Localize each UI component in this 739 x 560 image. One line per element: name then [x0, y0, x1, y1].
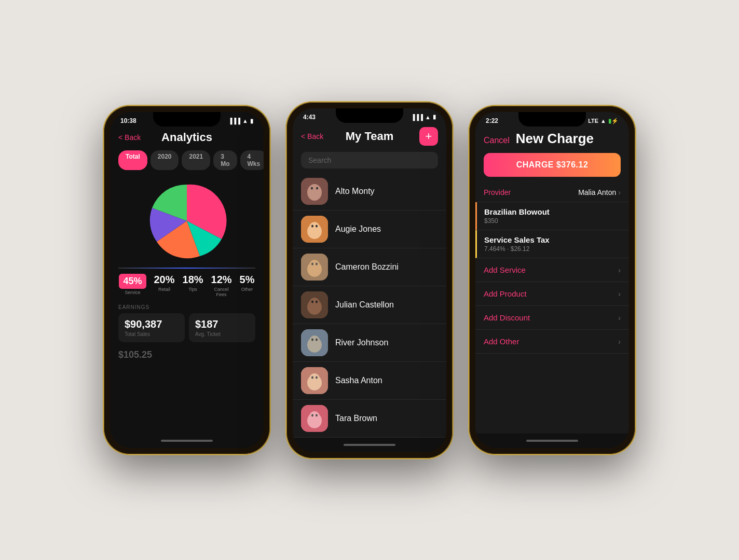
- earnings-label: EARNINGS: [118, 304, 255, 310]
- legend-pct-tips: 18%: [183, 274, 203, 286]
- home-bar-1: [161, 440, 213, 442]
- team-list: Alto Monty Augie Jones: [293, 173, 446, 438]
- avg-ticket-label: Avg. Ticket: [195, 331, 249, 337]
- add-product-row[interactable]: Add Product ›: [475, 282, 629, 306]
- earnings-grid: $90,387 Total Sales $187 Avg. Ticket: [118, 313, 255, 342]
- add-member-button[interactable]: +: [419, 127, 438, 146]
- svg-point-13: [311, 262, 313, 265]
- status-icons-1: ▐▐▐ ▲ ▮: [228, 118, 253, 124]
- provider-name: Malia Anton: [578, 188, 616, 197]
- add-discount-row[interactable]: Add Discount ›: [475, 306, 629, 330]
- phone-team: 4:43 ▐▐▐ ▲ ▮ < Back My Team + Search: [286, 102, 453, 458]
- provider-chevron-icon: ›: [618, 188, 621, 197]
- member-name-sasha: Sasha Anton: [335, 376, 382, 385]
- search-bar[interactable]: Search: [301, 152, 438, 169]
- legend-other: 5% Other: [240, 274, 255, 297]
- add-other-row[interactable]: Add Other ›: [475, 330, 629, 354]
- add-discount-label: Add Discount: [484, 313, 530, 322]
- svg-point-4: [316, 187, 318, 189]
- svg-point-7: [309, 222, 320, 232]
- legend-label-other: Other: [241, 287, 253, 292]
- legend-row: 45% Service 20% Retail 18% Tips 12% Canc…: [110, 269, 264, 300]
- time-2: 4:43: [303, 114, 316, 121]
- battery-icon-3: ▮⚡: [608, 118, 619, 124]
- svg-point-18: [311, 300, 313, 303]
- analytics-screen: 10:38 ▐▐▐ ▲ ▮ < Back Analytics Total 202…: [110, 112, 264, 433]
- filter-tabs: Total 2020 2021 3 Mo 4 Wks: [110, 144, 264, 174]
- legend-pct-retail: 20%: [154, 274, 175, 286]
- svg-point-27: [309, 373, 320, 384]
- battery-icon: ▮: [250, 118, 253, 124]
- legend-label-tips: Tips: [188, 287, 197, 292]
- home-bar-3: [526, 440, 578, 442]
- legend-tips: 18% Tips: [183, 274, 203, 297]
- add-product-label: Add Product: [484, 289, 527, 298]
- filter-2021[interactable]: 2021: [182, 150, 210, 170]
- home-indicator-1: [110, 433, 264, 448]
- signal-icon-3: LTE: [588, 118, 598, 124]
- legend-pct-other: 5%: [240, 274, 255, 286]
- avatar-tara-brown: [301, 405, 328, 432]
- svg-point-34: [316, 414, 318, 416]
- legend-pct-service: 45%: [119, 274, 146, 289]
- provider-value: Malia Anton ›: [578, 188, 621, 197]
- member-name-tara: Tara Brown: [335, 414, 377, 423]
- filter-total[interactable]: Total: [118, 150, 147, 170]
- team-back-button[interactable]: < Back: [301, 132, 323, 141]
- filter-3mo[interactable]: 3 Mo: [213, 150, 237, 170]
- notch-2: [336, 108, 403, 123]
- scene: 10:38 ▐▐▐ ▲ ▮ < Back Analytics Total 202…: [83, 81, 656, 479]
- service-item-blowout[interactable]: Brazilian Blowout $350: [475, 202, 629, 230]
- svg-point-33: [311, 414, 313, 416]
- back-button-1[interactable]: < Back: [118, 133, 141, 142]
- wifi-icon-2: ▲: [425, 114, 431, 120]
- avg-ticket-card: $187 Avg. Ticket: [189, 313, 255, 342]
- list-item[interactable]: River Johnson: [293, 324, 446, 362]
- member-name-julian: Julian Castellon: [335, 300, 394, 310]
- add-service-row[interactable]: Add Service ›: [475, 258, 629, 282]
- avatar-river-johnson: [301, 329, 328, 356]
- earnings-footer: $105.25: [110, 346, 264, 360]
- svg-point-28: [311, 376, 313, 379]
- home-indicator-3: [475, 433, 629, 448]
- add-other-chevron-icon: ›: [618, 338, 621, 346]
- provider-row[interactable]: Provider Malia Anton ›: [475, 183, 629, 202]
- svg-point-14: [316, 262, 318, 265]
- list-item[interactable]: Augie Jones: [293, 211, 446, 248]
- member-name-alto: Alto Monty: [335, 187, 375, 196]
- charge-header: Cancel New Charge: [475, 127, 629, 151]
- home-indicator-2: [293, 438, 446, 452]
- list-item[interactable]: Alto Monty: [293, 173, 446, 211]
- svg-point-17: [309, 298, 320, 308]
- list-item[interactable]: Sasha Anton: [293, 362, 446, 400]
- team-title: My Team: [346, 130, 394, 143]
- pie-chart: [145, 179, 228, 262]
- analytics-header: < Back Analytics: [110, 127, 264, 144]
- wifi-icon: ▲: [242, 118, 248, 124]
- provider-label: Provider: [484, 188, 511, 197]
- search-placeholder: Search: [308, 156, 331, 164]
- list-item[interactable]: Cameron Bozzini: [293, 248, 446, 286]
- tax-detail: 7.464% · $26.12: [484, 245, 621, 253]
- legend-pct-cancel: 12%: [211, 274, 232, 286]
- tax-item: Service Sales Tax 7.464% · $26.12: [475, 230, 629, 258]
- add-service-chevron-icon: ›: [618, 266, 621, 274]
- list-item[interactable]: Julian Castellon: [293, 286, 446, 324]
- charge-action-button[interactable]: CHARGE $376.12: [484, 153, 621, 177]
- add-service-label: Add Service: [484, 265, 526, 274]
- add-discount-chevron-icon: ›: [618, 314, 621, 322]
- list-item[interactable]: Tara Brown: [293, 400, 446, 438]
- svg-point-22: [309, 335, 320, 346]
- add-product-chevron-icon: ›: [618, 290, 621, 298]
- svg-point-2: [309, 184, 320, 194]
- filter-2020[interactable]: 2020: [150, 150, 179, 170]
- member-name-augie: Augie Jones: [335, 225, 381, 234]
- svg-point-29: [316, 376, 318, 379]
- pie-container: [110, 174, 264, 268]
- filter-4wks[interactable]: 4 Wks: [240, 150, 264, 170]
- cancel-button[interactable]: Cancel: [484, 136, 510, 145]
- time-3: 2:22: [486, 117, 498, 124]
- legend-label-retail: Retail: [158, 287, 170, 292]
- svg-point-24: [316, 338, 318, 341]
- svg-point-3: [311, 187, 313, 189]
